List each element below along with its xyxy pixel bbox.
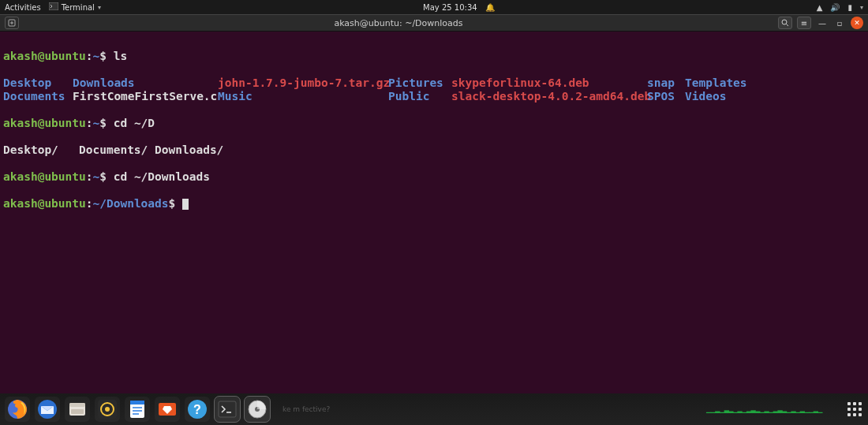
dock-libreoffice-writer[interactable]	[125, 397, 150, 422]
ls-entry: slack-desktop-4.0.2-amd64.deb	[451, 90, 647, 103]
dock: ? ke m fective? ▁▁▂▁▃▂▁▂▁▂▃▂▁▂▁▂▃▂▁▂▁▂▁▁…	[0, 393, 868, 425]
new-tab-button[interactable]	[5, 17, 19, 29]
svg-rect-22	[219, 401, 236, 417]
maximize-button[interactable]: ▫	[833, 17, 846, 29]
prompt-user: akash@ubuntu	[3, 50, 86, 62]
ls-entry: john-1.7.9-jumbo-7.tar.gz	[218, 76, 388, 90]
prompt-line-current: akash@ubuntu:~/Downloads$	[3, 197, 865, 211]
prompt-dollar: $	[99, 50, 107, 62]
typed-command: cd ~/D	[114, 117, 155, 129]
prompt-line: akash@ubuntu:~$ ls	[3, 50, 865, 63]
hamburger-menu-button[interactable]: ≡	[797, 17, 811, 29]
ls-entry: Pictures	[388, 76, 451, 90]
svg-line-5	[786, 24, 788, 27]
dock-firefox[interactable]	[5, 397, 30, 422]
ls-entry: FirstComeFirstServe.c	[73, 90, 218, 103]
dock-files[interactable]	[65, 397, 90, 422]
ls-output: DesktopDownloadsjohn-1.7.9-jumbo-7.tar.g…	[3, 76, 865, 103]
ls-entry: skypeforlinux-64.deb	[451, 76, 647, 90]
dock-ubuntu-software[interactable]	[155, 397, 180, 422]
dock-terminal[interactable]	[215, 397, 240, 422]
chevron-down-icon: ▾	[860, 4, 863, 11]
svg-rect-9	[69, 403, 85, 407]
show-applications-button[interactable]	[847, 402, 862, 416]
search-button[interactable]	[778, 17, 792, 29]
cursor	[182, 199, 189, 210]
datetime-label: May 25 10:34	[423, 3, 477, 12]
close-button[interactable]: ✕	[851, 17, 863, 29]
app-menu[interactable]: Terminal ▾	[49, 2, 101, 12]
ls-entry: Downloads	[73, 76, 218, 90]
prompt-line: akash@ubuntu:~$ cd ~/Downloads	[3, 170, 865, 184]
terminal-viewport[interactable]: akash@ubuntu:~$ ls DesktopDownloadsjohn-…	[0, 32, 868, 393]
svg-rect-15	[130, 401, 144, 404]
battery-icon: ▮	[847, 3, 852, 12]
minimize-button[interactable]: —	[816, 17, 829, 29]
ls-entry: Music	[218, 90, 388, 103]
obscured-browser-text: ke m fective?	[282, 405, 330, 413]
prompt-path: ~/Downloads	[93, 197, 169, 210]
ls-entry: Desktop	[3, 76, 73, 90]
system-tray[interactable]: ▲ 🔊 ▮ ▾	[817, 3, 863, 12]
network-icon: ▲	[817, 3, 823, 12]
grid-icon	[847, 402, 862, 416]
chevron-down-icon: ▾	[98, 4, 101, 11]
gnome-top-bar: Activities Terminal ▾ May 25 10:34 🔔 ▲ 🔊…	[0, 0, 868, 14]
volume-icon: 🔊	[830, 3, 840, 12]
svg-text:?: ?	[193, 403, 201, 416]
app-name-label: Terminal	[62, 3, 95, 12]
ls-entry: Public	[388, 90, 451, 103]
ls-entry: snap	[647, 76, 685, 90]
dock-disc[interactable]	[245, 397, 270, 422]
ls-entry: Templates	[685, 76, 865, 90]
prompt-path: ~	[93, 50, 100, 62]
dock-rhythmbox[interactable]	[95, 397, 120, 422]
window-title: akash@ubuntu: ~/Downloads	[334, 18, 462, 28]
clock-area[interactable]: May 25 10:34 🔔	[423, 3, 495, 12]
prompt-line: akash@ubuntu:~$ cd ~/D	[3, 117, 865, 130]
prompt-sep: :	[86, 50, 93, 62]
activities-button[interactable]: Activities	[5, 3, 41, 12]
svg-point-13	[105, 407, 110, 412]
ls-entry: Documents	[3, 90, 73, 103]
tab-completion-line: Desktop/ Documents/ Downloads/	[3, 144, 865, 157]
dock-thunderbird[interactable]	[35, 397, 60, 422]
system-monitor-applet[interactable]: ▁▁▂▁▃▂▁▂▁▂▃▂▁▂▁▂▃▂▁▂▁▂▁▁▂▁	[706, 406, 822, 413]
terminal-header-bar: akash@ubuntu: ~/Downloads ≡ — ▫ ✕	[0, 14, 868, 32]
svg-rect-0	[49, 2, 58, 10]
typed-command: ls	[114, 50, 127, 62]
terminal-mini-icon	[49, 2, 58, 12]
typed-command: cd ~/Downloads	[114, 170, 210, 183]
ls-entry: Videos	[685, 90, 865, 103]
notification-icon: 🔔	[485, 3, 495, 12]
ls-entry: SPOS	[647, 90, 685, 103]
svg-point-4	[782, 20, 787, 24]
dock-help[interactable]: ?	[185, 397, 210, 422]
svg-rect-10	[71, 409, 84, 414]
